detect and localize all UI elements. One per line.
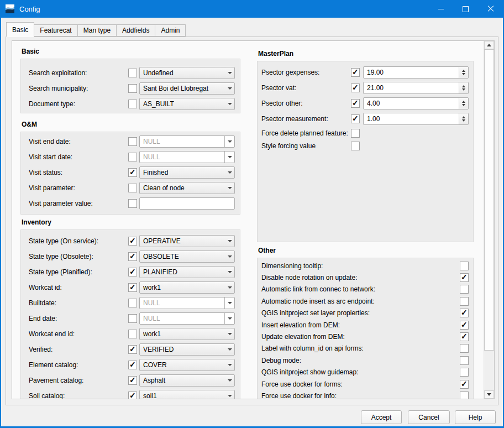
checkbox[interactable]: [460, 309, 469, 317]
dropdown[interactable]: OBSOLETE: [139, 250, 235, 263]
scroll-up-button[interactable]: [484, 41, 494, 49]
spinbox[interactable]: 19.00: [363, 66, 469, 79]
tab-basic[interactable]: Basic: [6, 22, 34, 37]
chevron-down-icon: [225, 359, 234, 370]
field-label: Insert elevation from DEM:: [261, 321, 460, 329]
chevron-glyph: [228, 333, 232, 335]
field-label: Search municipality:: [29, 85, 128, 92]
checkbox[interactable]: [128, 299, 137, 307]
checkbox[interactable]: [460, 332, 469, 341]
chevron-glyph: [228, 156, 232, 158]
spinner-buttons[interactable]: [459, 67, 468, 78]
spinbox[interactable]: 1.00: [363, 113, 469, 125]
scrollbar[interactable]: [484, 41, 494, 399]
field-label: Psector vat:: [261, 84, 351, 92]
spinner-buttons[interactable]: [459, 98, 468, 109]
date-dropdown[interactable]: NULL: [139, 151, 235, 163]
checkbox[interactable]: [128, 184, 137, 192]
checkbox[interactable]: [460, 297, 469, 306]
checkbox[interactable]: [128, 283, 137, 292]
checkbox[interactable]: [460, 262, 469, 270]
form-row: Visit parameter value:: [29, 196, 235, 211]
checkbox[interactable]: [128, 376, 137, 385]
checkbox[interactable]: [128, 314, 137, 323]
tab-man-type[interactable]: Man type: [78, 24, 117, 36]
scroll-thumb[interactable]: [484, 49, 494, 351]
dropdown-value: OPERATIVE: [143, 237, 225, 245]
checkbox[interactable]: [128, 392, 137, 399]
field-label: End date:: [29, 315, 128, 322]
maximize-button[interactable]: [453, 0, 478, 18]
chevron-glyph: [228, 302, 232, 304]
tab-addfields[interactable]: Addfields: [117, 24, 155, 36]
dropdown[interactable]: work1: [139, 328, 235, 340]
dropdown[interactable]: Undefined: [139, 67, 235, 79]
checkbox[interactable]: [128, 199, 137, 208]
spinbox[interactable]: 21.00: [363, 82, 469, 94]
checkbox[interactable]: [128, 345, 137, 354]
checkbox[interactable]: [460, 368, 469, 377]
help-button[interactable]: Help: [455, 410, 496, 424]
dropdown[interactable]: PLANIFIED: [139, 266, 235, 278]
checkbox[interactable]: [460, 392, 469, 399]
tab-admin[interactable]: Admin: [155, 24, 186, 36]
checkbox[interactable]: [351, 142, 360, 150]
dropdown[interactable]: Finished: [139, 166, 235, 179]
close-button[interactable]: [478, 0, 503, 18]
dropdown-value: Sant Boi del Llobregat: [143, 85, 225, 92]
checkbox[interactable]: [128, 237, 137, 246]
spinner-buttons[interactable]: [459, 82, 468, 93]
checkbox[interactable]: [351, 99, 360, 108]
checkbox[interactable]: [460, 273, 469, 282]
checkbox[interactable]: [128, 69, 137, 77]
spinner-buttons[interactable]: [459, 113, 468, 124]
tab-featurecat[interactable]: Featurecat: [34, 24, 77, 36]
date-dropdown[interactable]: NULL: [139, 135, 235, 148]
field-label: Label with column_id on api forms:: [261, 345, 460, 352]
checkbox[interactable]: [460, 356, 469, 365]
date-dropdown[interactable]: NULL: [139, 312, 235, 325]
chevron-glyph: [228, 103, 232, 105]
spinbox-value: 19.00: [367, 69, 459, 76]
dropdown[interactable]: work1: [139, 281, 235, 294]
field-label: Element catalog:: [29, 361, 128, 369]
form-row: Psector gexpenses:19.00: [261, 65, 469, 80]
text-input[interactable]: [139, 197, 235, 210]
checkbox[interactable]: [128, 84, 137, 93]
scroll-down-button[interactable]: [484, 390, 494, 399]
dropdown[interactable]: Asphalt: [139, 374, 235, 387]
minimize-icon: [438, 9, 444, 9]
checkbox[interactable]: [460, 321, 469, 330]
dropdown[interactable]: Sant Boi del Llobregat: [139, 82, 235, 95]
spin-up-icon: [462, 85, 465, 87]
date-dropdown[interactable]: NULL: [139, 297, 235, 309]
checkbox[interactable]: [128, 268, 137, 276]
cancel-button[interactable]: Cancel: [408, 410, 450, 424]
group-other: Other Dimensioning tooltip:Disable node …: [257, 247, 474, 399]
checkbox[interactable]: [128, 100, 137, 108]
accept-button[interactable]: Accept: [361, 410, 402, 424]
dropdown[interactable]: AS_BUILT: [139, 98, 235, 110]
checkbox[interactable]: [351, 129, 360, 138]
checkbox[interactable]: [460, 285, 469, 294]
dropdown[interactable]: COVER: [139, 359, 235, 371]
app-icon: [6, 4, 14, 13]
minimize-button[interactable]: [428, 0, 453, 18]
form-row: End date:NULL: [29, 311, 235, 326]
dropdown[interactable]: VERIFIED: [139, 343, 235, 356]
spinbox[interactable]: 4.00: [363, 97, 469, 109]
checkbox[interactable]: [460, 380, 469, 389]
checkbox[interactable]: [128, 252, 137, 261]
checkbox[interactable]: [128, 330, 137, 338]
dropdown[interactable]: soil1: [139, 390, 235, 399]
checkbox[interactable]: [351, 83, 360, 92]
checkbox[interactable]: [351, 68, 360, 77]
checkbox[interactable]: [128, 137, 137, 146]
checkbox[interactable]: [351, 114, 360, 123]
checkbox[interactable]: [128, 168, 137, 177]
dropdown[interactable]: OPERATIVE: [139, 235, 235, 247]
dropdown[interactable]: Clean of node: [139, 182, 235, 194]
checkbox[interactable]: [460, 344, 469, 353]
checkbox[interactable]: [128, 361, 137, 369]
checkbox[interactable]: [128, 153, 137, 161]
